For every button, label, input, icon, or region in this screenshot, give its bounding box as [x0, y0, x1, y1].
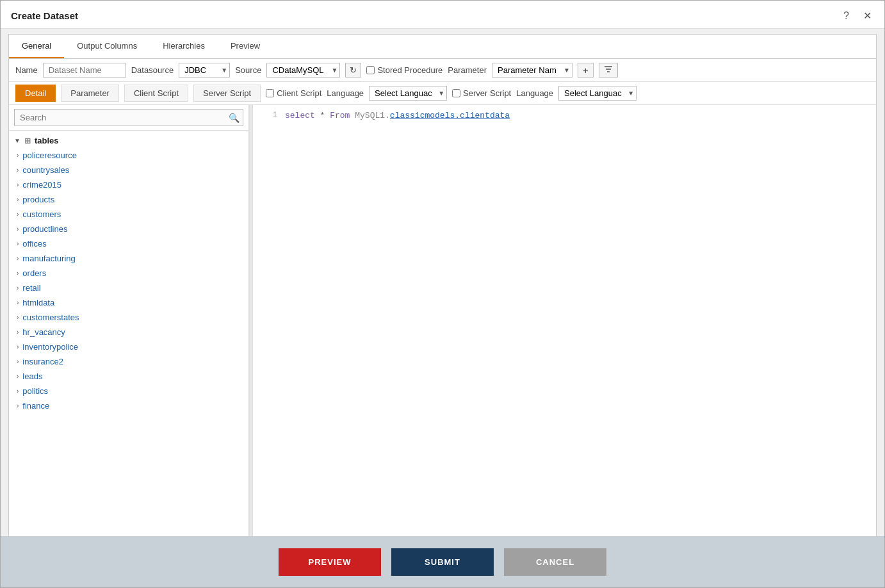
- tree-item-productlines[interactable]: › productlines: [9, 222, 248, 236]
- footer-row: PREVIEW SUBMIT CANCEL: [1, 536, 884, 587]
- tree-item-label: policeresource: [22, 151, 77, 160]
- source-select-wrap: CDataMySQL ▼: [266, 63, 340, 78]
- tree-item-policeresource[interactable]: › policeresource: [9, 148, 248, 163]
- source-select[interactable]: CDataMySQL: [266, 63, 340, 78]
- tree-item-politics[interactable]: › politics: [9, 384, 248, 398]
- tree-item-countrysales[interactable]: › countrysales: [9, 163, 248, 177]
- code-content-1: select * From MySQL1.classicmodels.clien…: [285, 111, 510, 120]
- tree-item-label: insurance2: [22, 357, 63, 366]
- tree-item-insurance2[interactable]: › insurance2: [9, 354, 248, 369]
- tab-general[interactable]: General: [9, 35, 64, 58]
- tree-item-label: politics: [22, 386, 48, 396]
- chevron-icon: ›: [17, 270, 19, 277]
- close-button[interactable]: ✕: [861, 8, 874, 23]
- sub-tab-client-script[interactable]: Client Script: [124, 85, 188, 102]
- sub-tab-server-script[interactable]: Server Script: [193, 85, 261, 102]
- chevron-icon: ›: [17, 373, 19, 380]
- parameter-select[interactable]: Parameter Nam: [492, 63, 572, 78]
- sub-tab-parameter[interactable]: Parameter: [61, 85, 119, 102]
- tab-output-columns[interactable]: Output Columns: [64, 35, 150, 58]
- server-script-checkbox[interactable]: [452, 89, 460, 97]
- stored-procedure-checkbox[interactable]: [366, 66, 375, 74]
- filter-icon: [604, 65, 613, 74]
- chevron-icon: ›: [17, 240, 19, 247]
- chevron-icon: ›: [17, 299, 19, 306]
- stored-procedure-checkbox-label[interactable]: Stored Procedure: [366, 65, 442, 75]
- tree-item-label: customerstates: [22, 313, 79, 322]
- left-panel: 🔍 ▼ ⊞ tables › policeresource: [9, 105, 249, 544]
- main-area: 🔍 ▼ ⊞ tables › policeresource: [9, 105, 876, 544]
- chevron-icon: ›: [17, 284, 19, 291]
- client-script-checkbox-label[interactable]: Client Script: [266, 88, 321, 98]
- tree-item-label: manufacturing: [22, 254, 75, 263]
- tree-item-retail[interactable]: › retail: [9, 281, 248, 295]
- tree-item-label: retail: [22, 283, 40, 293]
- tree-item-customerstates[interactable]: › customerstates: [9, 310, 248, 325]
- chevron-icon: ›: [17, 167, 19, 174]
- tab-hierarchies[interactable]: Hierarchies: [150, 35, 218, 58]
- tab-preview[interactable]: Preview: [218, 35, 273, 58]
- tree-item-offices[interactable]: › offices: [9, 236, 248, 251]
- tree-item-leads[interactable]: › leads: [9, 369, 248, 384]
- right-panel: 1 select * From MySQL1.classicmodels.cli…: [253, 105, 876, 544]
- tree-item-customers[interactable]: › customers: [9, 207, 248, 222]
- root-chevron-icon: ▼: [14, 137, 20, 144]
- line-number-1: 1: [258, 111, 277, 120]
- chevron-icon: ›: [17, 211, 19, 218]
- dialog-content: General Output Columns Hierarchies Previ…: [8, 34, 877, 545]
- dialog-overlay: Create Dataset ? ✕ General Output Column…: [0, 0, 885, 588]
- title-icons: ? ✕: [841, 8, 874, 23]
- name-input[interactable]: [43, 63, 126, 78]
- tree-item-products[interactable]: › products: [9, 192, 248, 207]
- tree-root-tables[interactable]: ▼ ⊞ tables: [9, 133, 248, 148]
- create-dataset-dialog: Create Dataset ? ✕ General Output Column…: [0, 0, 885, 588]
- refresh-button[interactable]: ↻: [345, 63, 361, 78]
- help-button[interactable]: ?: [841, 9, 852, 23]
- tree-item-crime2015[interactable]: › crime2015: [9, 177, 248, 192]
- tabs-row: General Output Columns Hierarchies Previ…: [9, 35, 876, 59]
- server-language-select-wrap: Select Languac ▼: [558, 86, 637, 101]
- server-script-checkbox-label[interactable]: Server Script: [452, 88, 511, 98]
- server-script-label: Server Script: [463, 88, 511, 98]
- tree-item-orders[interactable]: › orders: [9, 266, 248, 281]
- cancel-button[interactable]: CANCEL: [504, 548, 606, 576]
- sub-toolbar-row: Detail Parameter Client Script Server Sc…: [9, 82, 876, 105]
- toolbar-row: Name Datasource JDBC ▼ Source CDataMySQL…: [9, 59, 876, 82]
- server-language-select[interactable]: Select Languac: [558, 86, 637, 101]
- search-wrap: 🔍: [9, 105, 248, 131]
- preview-button[interactable]: PREVIEW: [279, 548, 381, 576]
- tree-root-label: tables: [35, 136, 59, 145]
- filter-button[interactable]: [599, 63, 618, 78]
- keyword-select: select: [285, 111, 315, 120]
- search-icon: 🔍: [229, 113, 240, 123]
- tree-item-hr-vacancy[interactable]: › hr_vacancy: [9, 325, 248, 339]
- server-language-label: Language: [516, 88, 553, 98]
- tree-item-label: crime2015: [22, 180, 61, 190]
- client-script-checkbox[interactable]: [266, 89, 274, 97]
- tree-item-inventorypolice[interactable]: › inventorypolice: [9, 339, 248, 354]
- tree-item-manufacturing[interactable]: › manufacturing: [9, 251, 248, 266]
- datasource-select[interactable]: JDBC: [179, 63, 230, 78]
- add-parameter-button[interactable]: +: [578, 63, 594, 78]
- search-input[interactable]: [14, 109, 243, 126]
- tree-item-label: orders: [22, 268, 46, 278]
- chevron-icon: ›: [17, 358, 19, 365]
- datasource-select-wrap: JDBC ▼: [179, 63, 230, 78]
- client-language-select-wrap: Select Languac ▼: [369, 86, 447, 101]
- code-line-1: 1 select * From MySQL1.classicmodels.cli…: [253, 110, 876, 121]
- tree-item-htmldata[interactable]: › htmldata: [9, 295, 248, 310]
- code-editor[interactable]: 1 select * From MySQL1.classicmodels.cli…: [253, 105, 876, 544]
- dialog-title-bar: Create Dataset ? ✕: [1, 1, 884, 29]
- stored-procedure-label: Stored Procedure: [377, 65, 442, 75]
- client-language-select[interactable]: Select Languac: [369, 86, 447, 101]
- code-link[interactable]: classicmodels.clientdata: [390, 111, 510, 120]
- tree-item-finance[interactable]: › finance: [9, 398, 248, 413]
- submit-button[interactable]: SUBMIT: [391, 548, 494, 576]
- tree-area: ▼ ⊞ tables › policeresource › countrysal…: [9, 131, 248, 544]
- chevron-icon: ›: [17, 196, 19, 203]
- table-grid-icon: ⊞: [24, 136, 31, 145]
- client-script-label: Client Script: [277, 88, 321, 98]
- sub-tab-detail[interactable]: Detail: [15, 85, 56, 102]
- tree-item-label: products: [22, 195, 54, 204]
- chevron-icon: ›: [17, 225, 19, 233]
